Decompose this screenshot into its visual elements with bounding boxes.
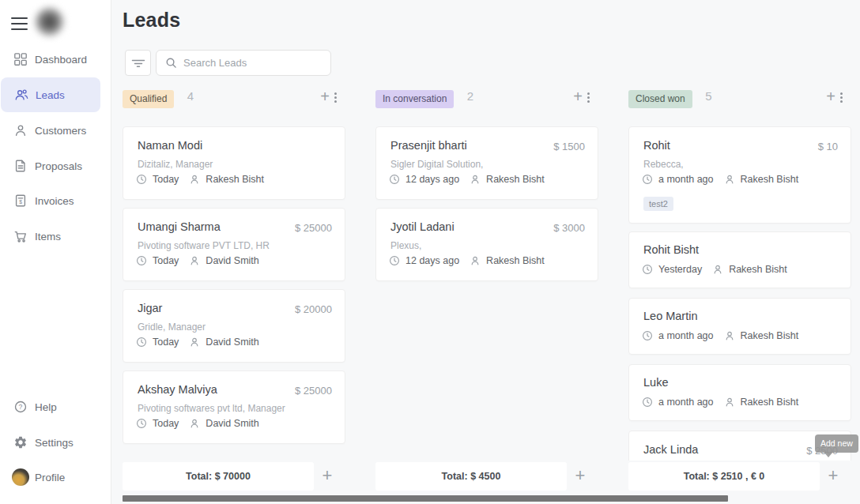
column-in-conversation: In conversation 2 + Prasenjit bharti $ 1… — [375, 85, 598, 504]
sidebar-item-dashboard[interactable]: Dashboard — [0, 42, 111, 77]
lead-amount: $ 20000 — [295, 303, 332, 315]
clock-icon — [136, 337, 147, 348]
lead-card[interactable]: Akshay Malviya $ 25000 Pivoting software… — [123, 370, 345, 444]
lead-amount: $ 1500 — [553, 141, 585, 152]
lead-name: Akshay Malviya — [138, 383, 217, 396]
column-total: Total: $ 2510 , € 0 — [628, 462, 820, 491]
sidebar-item-label: Items — [35, 231, 61, 243]
filter-button[interactable] — [125, 50, 151, 76]
add-lead-bottom-button[interactable]: + — [319, 465, 335, 486]
clock-icon — [136, 174, 147, 185]
lead-owner: Rakesh Bisht — [206, 174, 264, 185]
app-logo[interactable] — [35, 7, 64, 36]
column-header: Qualified 4 + — [123, 85, 345, 113]
lead-card[interactable]: Umangi Sharma $ 25000 Pivoting software … — [123, 208, 345, 281]
person-icon — [189, 337, 200, 348]
lead-card[interactable]: Rohit Bisht Yesterday Rakesh Bisht — [628, 231, 851, 288]
add-lead-button[interactable]: + — [571, 88, 585, 104]
add-lead-bottom-button[interactable]: + — [572, 465, 588, 486]
person-icon — [470, 255, 481, 266]
sidebar-item-profile[interactable]: Profile — [0, 460, 111, 495]
sidebar-item-proposals[interactable]: Proposals — [0, 149, 111, 183]
lead-card[interactable]: Luke a month ago Rakesh Bisht — [628, 364, 851, 421]
sidebar-item-label: Dashboard — [35, 54, 87, 66]
lead-owner: David Smith — [206, 418, 258, 429]
hamburger-menu-icon[interactable] — [11, 17, 28, 30]
lead-name: Jigar — [138, 302, 162, 314]
clock-icon — [642, 264, 653, 275]
invoices-icon: $ — [13, 194, 28, 208]
clock-icon — [389, 255, 400, 266]
column-header: In conversation 2 + — [375, 85, 598, 113]
clock-icon — [136, 255, 147, 266]
sidebar-item-invoices[interactable]: $ Invoices — [0, 183, 111, 218]
person-icon — [470, 174, 481, 185]
column-menu-icon[interactable] — [840, 92, 843, 104]
lead-tag: test2 — [643, 197, 673, 211]
lead-card[interactable]: Jigar $ 20000 Gridle, Manager Today Davi… — [123, 289, 345, 363]
lead-card[interactable]: Naman Modi Dizitaliz, Manager Today Rake… — [123, 126, 345, 200]
lead-company: Dizitaliz, Manager — [138, 159, 213, 170]
clock-icon — [642, 174, 653, 185]
clock-icon — [389, 174, 400, 185]
add-lead-button[interactable]: + — [824, 88, 838, 104]
status-badge: In conversation — [375, 90, 454, 108]
lead-amount: $ 10 — [818, 141, 838, 152]
status-badge: Closed won — [628, 90, 692, 108]
lead-card[interactable]: Prasenjit bharti $ 1500 Sigler Digital S… — [375, 126, 598, 200]
lead-owner: Rakesh Bisht — [486, 174, 545, 185]
add-lead-button[interactable]: + — [318, 88, 332, 104]
sidebar-item-help[interactable]: ? Help — [0, 389, 111, 424]
page-title: Leads — [123, 9, 180, 32]
lead-company: Pivoting software PVT LTD, HR — [138, 240, 270, 251]
lead-name: Leo Martin — [643, 310, 698, 322]
lead-company: Rebecca, — [643, 159, 684, 170]
lead-owner: Rakesh Bisht — [729, 264, 787, 275]
gear-icon — [13, 435, 28, 449]
status-badge: Qualified — [123, 90, 174, 108]
lead-owner: David Smith — [206, 337, 258, 348]
column-menu-icon[interactable] — [334, 92, 337, 104]
lead-card[interactable]: Rohit $ 10 Rebecca, a month ago Rakesh B… — [628, 126, 851, 224]
lead-owner: David Smith — [206, 255, 258, 266]
column-total: Total: $ 70000 — [123, 462, 314, 491]
lead-company: Sigler Digital Solution, — [390, 159, 483, 170]
lead-card[interactable]: Leo Martin a month ago Rakesh Bisht — [628, 298, 851, 355]
person-icon — [724, 330, 735, 341]
sidebar-item-leads[interactable]: Leads — [1, 77, 100, 112]
lead-card[interactable]: Jyotil Ladani $ 3000 Plexus, 12 days ago… — [375, 208, 598, 281]
lead-date: 12 days ago — [405, 174, 459, 185]
lead-name: Rohit Bisht — [643, 243, 699, 256]
person-icon — [724, 174, 735, 185]
dashboard-icon — [13, 52, 28, 66]
filter-icon — [131, 58, 145, 69]
help-icon: ? — [13, 400, 28, 414]
person-icon — [712, 264, 723, 275]
lead-date: Yesterday — [658, 264, 702, 275]
customers-icon — [13, 123, 28, 137]
lead-date: a month ago — [658, 174, 714, 185]
lead-name: Umangi Sharma — [138, 220, 221, 233]
clock-icon — [642, 330, 653, 341]
lead-amount: $ 25000 — [295, 222, 332, 234]
lead-date: 12 days ago — [405, 255, 459, 266]
lead-name: Luke — [643, 376, 668, 389]
column-header: Closed won 5 + — [628, 85, 851, 113]
add-lead-bottom-button[interactable]: + — [825, 465, 841, 486]
avatar — [12, 468, 29, 486]
lead-name: Naman Modi — [138, 139, 202, 152]
lead-company: Gridle, Manager — [138, 322, 206, 333]
clock-icon — [642, 397, 653, 408]
sidebar-item-customers[interactable]: Customers — [0, 113, 111, 148]
sidebar-item-settings[interactable]: Settings — [0, 425, 111, 460]
shopping-cart-icon — [13, 229, 28, 243]
lead-date: Today — [153, 174, 179, 185]
column-menu-icon[interactable] — [587, 92, 590, 104]
search-input[interactable] — [183, 57, 318, 69]
lead-name: Prasenjit bharti — [390, 139, 467, 152]
search-box[interactable] — [156, 50, 331, 76]
horizontal-scrollbar[interactable] — [123, 495, 728, 502]
card-list: Prasenjit bharti $ 1500 Sigler Digital S… — [375, 113, 598, 461]
lead-owner: Rakesh Bisht — [741, 174, 799, 185]
sidebar-item-items[interactable]: Items — [0, 219, 111, 254]
